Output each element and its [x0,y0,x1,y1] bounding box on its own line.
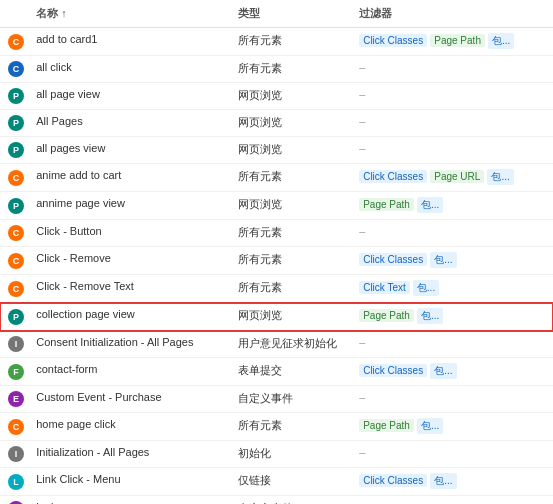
filter-dash: – [359,142,365,154]
row-filters: – [351,441,553,468]
row-name[interactable]: Custom Event - Purchase [28,386,230,413]
trigger-icon: C [8,61,24,77]
row-icon-cell: C [0,28,28,56]
row-name[interactable]: all click [28,56,230,83]
filters-column-header: 过滤器 [351,0,553,28]
filter-tag: 包... [413,280,439,296]
row-filters: Click Text 包... [351,275,553,303]
row-type: 自定义事件 [230,496,351,505]
row-name[interactable]: Click - Remove [28,247,230,275]
row-icon-cell: C [0,164,28,192]
filter-tag: 包... [430,363,456,379]
row-type: 网页浏览 [230,110,351,137]
row-icon-cell: P [0,137,28,164]
row-name[interactable]: add to card1 [28,28,230,56]
table-row[interactable]: Fcontact-form表单提交Click Classes 包... [0,358,553,386]
table-row[interactable]: Pall page view网页浏览– [0,83,553,110]
table-row[interactable]: ECustom Event - Purchase自定义事件– [0,386,553,413]
row-name[interactable]: Consent Initialization - All Pages [28,331,230,358]
row-filters: Click Classes 包... [351,358,553,386]
table-row[interactable]: Call click所有元素– [0,56,553,83]
filter-tag: 包... [430,252,456,268]
filter-tag: Click Classes [359,170,427,183]
row-name[interactable]: All Pages [28,110,230,137]
trigger-icon: P [8,142,24,158]
row-type: 仅链接 [230,468,351,496]
row-name[interactable]: Link Click - Menu [28,468,230,496]
filter-tag: 包... [417,197,443,213]
row-name[interactable]: home page click [28,413,230,441]
filter-tag: 包... [417,308,443,324]
table-row[interactable]: CClick - Remove所有元素Click Classes 包... [0,247,553,275]
table-header: 名称 ↑ 类型 过滤器 [0,0,553,28]
row-icon-cell: E [0,496,28,505]
trigger-icon: P [8,115,24,131]
filter-tag: Click Text [359,281,410,294]
filter-tag: Page Path [430,34,485,47]
table-row[interactable]: Pcollection page view网页浏览Page Path 包... [0,303,553,331]
row-type: 所有元素 [230,275,351,303]
row-type: 表单提交 [230,358,351,386]
trigger-icon: C [8,253,24,269]
row-name[interactable]: all pages view [28,137,230,164]
row-icon-cell: P [0,192,28,220]
row-filters: Click Classes 包... [351,468,553,496]
row-name[interactable]: Click - Remove Text [28,275,230,303]
row-filters: – [351,83,553,110]
row-type: 所有元素 [230,220,351,247]
filter-dash: – [359,225,365,237]
table-row[interactable]: IConsent Initialization - All Pages用户意见征… [0,331,553,358]
table-row[interactable]: CClick - Remove Text所有元素Click Text 包... [0,275,553,303]
table-row[interactable]: LLink Click - Menu仅链接Click Classes 包... [0,468,553,496]
row-name[interactable]: Click - Button [28,220,230,247]
filter-dash: – [359,61,365,73]
filter-tag: 包... [487,169,513,185]
filter-tag: 包... [430,473,456,489]
row-filters: – [351,386,553,413]
row-type: 自定义事件 [230,386,351,413]
type-column-header: 类型 [230,0,351,28]
table-row[interactable]: Pall pages view网页浏览– [0,137,553,164]
row-type: 所有元素 [230,413,351,441]
row-icon-cell: P [0,83,28,110]
row-type: 初始化 [230,441,351,468]
table-row[interactable]: Chome page click所有元素Page Path 包... [0,413,553,441]
table-row[interactable]: PAll Pages网页浏览– [0,110,553,137]
row-icon-cell: F [0,358,28,386]
filter-dash: – [359,391,365,403]
filter-dash: – [359,88,365,100]
row-filters: Click Classes Page Path 包... [351,28,553,56]
row-type: 所有元素 [230,247,351,275]
table-body: Cadd to card1所有元素Click Classes Page Path… [0,28,553,505]
row-name[interactable]: collection page view [28,303,230,331]
trigger-icon: E [8,391,24,407]
row-name[interactable]: anime add to cart [28,164,230,192]
trigger-icon: P [8,309,24,325]
table-row[interactable]: Canime add to cart所有元素Click Classes Page… [0,164,553,192]
filter-dash: – [359,336,365,348]
icon-column-header [0,0,28,28]
row-name[interactable]: annime page view [28,192,230,220]
name-column-header[interactable]: 名称 ↑ [28,0,230,28]
trigger-icon: P [8,198,24,214]
filter-dash: – [359,115,365,127]
table-row[interactable]: IInitialization - All Pages初始化– [0,441,553,468]
row-icon-cell: C [0,413,28,441]
row-filters: Page Path 包... [351,192,553,220]
filter-tag: Page Path [359,198,414,211]
row-filters: – [351,220,553,247]
row-type: 网页浏览 [230,137,351,164]
row-name[interactable]: login [28,496,230,505]
table-row[interactable]: Elogin自定义事件– [0,496,553,505]
trigger-icon: C [8,419,24,435]
trigger-icon: I [8,446,24,462]
row-type: 用户意见征求初始化 [230,331,351,358]
table-row[interactable]: Cadd to card1所有元素Click Classes Page Path… [0,28,553,56]
table-row[interactable]: Pannime page view网页浏览Page Path 包... [0,192,553,220]
table-row[interactable]: CClick - Button所有元素– [0,220,553,247]
trigger-icon: C [8,281,24,297]
row-name[interactable]: Initialization - All Pages [28,441,230,468]
row-icon-cell: P [0,110,28,137]
row-name[interactable]: contact-form [28,358,230,386]
row-name[interactable]: all page view [28,83,230,110]
